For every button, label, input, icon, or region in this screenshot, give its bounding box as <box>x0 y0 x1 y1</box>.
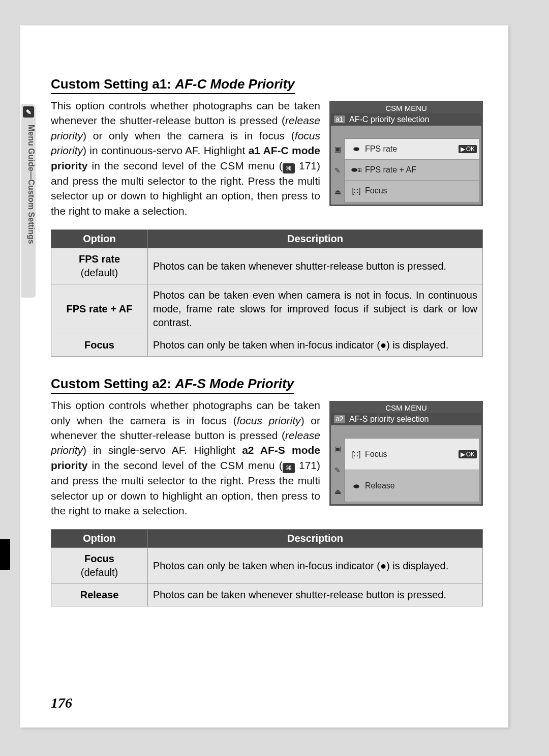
ok-badge: ▶OK <box>459 145 477 153</box>
bracket-icon: [∷] <box>348 187 365 195</box>
disc-grid-icon: ⬬⊞ <box>348 165 365 174</box>
thumb-tab <box>0 539 10 570</box>
lcd-row-label: FPS rate + AF <box>365 165 416 175</box>
page-number: 176 <box>51 695 72 711</box>
lcd-subtitle-text: AF-S priority selection <box>349 415 429 423</box>
lcd-row-fps: ⬬ FPS rate ▶OK <box>345 139 479 160</box>
heading-a1: Custom Setting a1: AF-C Mode Priority <box>51 76 295 94</box>
heading-prefix: Custom Setting a2: <box>51 376 175 391</box>
lcd-code: a1 <box>334 115 345 123</box>
lcd-row-fps-af: ⬬⊞ FPS rate + AF <box>345 160 479 181</box>
lcd-subtitle: a2 AF-S priority selection <box>331 413 481 425</box>
heading-a2: Custom Setting a2: AF-S Mode Priority <box>51 376 294 394</box>
table-row: FPS rate(default) Photos can be taken wh… <box>51 248 483 284</box>
pencil-icon: ✎ <box>23 106 34 118</box>
lcd-row-release: ⬬ Release <box>345 470 479 502</box>
lcd-title: CSM MENU <box>331 103 481 113</box>
lcd-side-icons: ▣✎⏏ <box>332 438 343 502</box>
th-option: Option <box>51 230 148 248</box>
lcd-row-label: Focus <box>365 186 387 195</box>
table-row: Focus(default) Photos can only be taken … <box>51 548 483 584</box>
disc-icon: ⬬ <box>348 144 365 153</box>
lcd-side-icons: ▣✎⏏ <box>332 138 343 202</box>
side-tab-label: Menu Guide—Custom Settings <box>27 125 36 244</box>
disc-icon: ⬬ <box>348 482 365 490</box>
th-desc: Description <box>148 230 483 248</box>
lcd-row-label: Focus <box>365 450 387 459</box>
lcd-a1: CSM MENU a1 AF-C priority selection ▣✎⏏ … <box>329 101 483 206</box>
section-a2: Custom Setting a2: AF-S Mode Priority CS… <box>51 376 483 606</box>
table-a1: Option Description FPS rate(default) Pho… <box>51 229 483 357</box>
table-a2: Option Description Focus(default) Photos… <box>51 529 483 606</box>
lcd-list: ⬬ FPS rate ▶OK ⬬⊞ FPS rate + AF [∷] Focu… <box>344 138 479 202</box>
section-a1: Custom Setting a1: AF-C Mode Priority CS… <box>51 76 483 357</box>
lcd-a2: CSM MENU a2 AF-S priority selection ▣✎⏏ … <box>329 401 483 506</box>
heading-italic: AF-S Mode Priority <box>175 376 294 391</box>
manual-page: ✎ Menu Guide—Custom Settings Custom Sett… <box>20 25 508 728</box>
bracket-icon: [∷] <box>348 450 365 458</box>
lcd-subtitle: a1 AF-C priority selection <box>331 113 481 126</box>
lcd-row-focus: [∷] Focus ▶OK <box>345 439 479 470</box>
table-row: Focus Photos can only be taken when in-f… <box>51 334 483 357</box>
lcd-list: [∷] Focus ▶OK ⬬ Release <box>344 438 479 502</box>
lcd-subtitle-text: AF-C priority selection <box>349 115 429 124</box>
lcd-title: CSM MENU <box>331 402 481 413</box>
heading-prefix: Custom Setting a1: <box>51 76 175 92</box>
table-row: Release Photos can be taken whenever shu… <box>51 584 483 606</box>
th-desc: Description <box>148 530 483 548</box>
table-row: FPS rate + AF Photos can be taken even w… <box>51 284 483 334</box>
heading-italic: AF-C Mode Priority <box>175 76 294 92</box>
lcd-code: a2 <box>334 415 345 423</box>
th-option: Option <box>51 530 148 548</box>
lcd-row-focus: [∷] Focus <box>345 181 479 201</box>
ok-badge: ▶OK <box>459 450 477 458</box>
lcd-row-label: Release <box>365 481 395 490</box>
lcd-row-label: FPS rate <box>365 144 397 154</box>
side-tab: ✎ Menu Guide—Custom Settings <box>21 104 36 298</box>
